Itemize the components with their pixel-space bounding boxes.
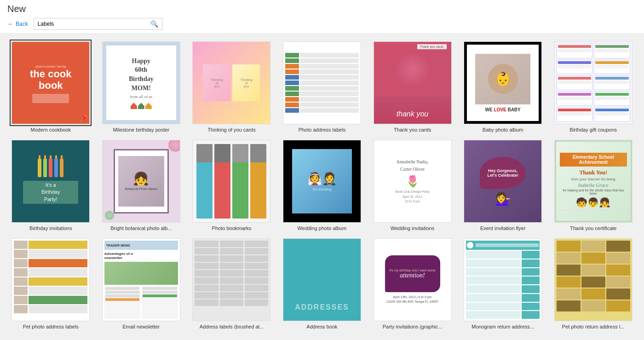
template-label: Modern cookbook [31, 127, 71, 133]
template-label: Birthday invitations [29, 225, 72, 231]
template-label: Party invitations (graphic... [383, 324, 443, 329]
template-item[interactable]: It's my birthday and I want some attenti… [371, 238, 454, 329]
search-button[interactable]: 🔍 [147, 18, 162, 29]
template-thumb: Hey Gorgeous,Let's Celebrate! 💁‍♀️ [464, 140, 542, 223]
template-thumb [464, 238, 542, 321]
template-item[interactable]: Thank you cards thank you Thank you card… [371, 41, 454, 133]
template-label: Email newsletter [123, 324, 160, 329]
template-label: Pet photo return address l... [562, 324, 625, 329]
template-label: Bright botanical photo alb... [110, 225, 172, 231]
template-thumb [554, 238, 632, 321]
template-item[interactable]: Thinkingofyou Thinkingofyou Thinking of … [190, 41, 273, 133]
template-thumb: abercrombie family the cook book 📌 [12, 41, 90, 124]
template-thumb: 👧 Botanical Photo Album [102, 140, 180, 223]
template-item[interactable]: Elementary School Achievement Thank You!… [552, 140, 635, 231]
template-thumb [192, 238, 270, 321]
template-thumb: Elementary School Achievement Thank You!… [554, 140, 632, 223]
template-thumb: It's aBirthdayParty! [12, 140, 90, 223]
templates-grid: abercrombie family the cook book 📌 Moder… [9, 41, 635, 329]
search-box: 🔍 [34, 18, 162, 30]
template-thumb: Thinkingofyou Thinkingofyou [192, 41, 270, 124]
template-item[interactable]: 👶 WE LOVE BABY Baby photo album [461, 41, 545, 133]
template-label: Pet photo address labels [23, 324, 79, 329]
content-area: abercrombie family the cook book 📌 Moder… [0, 34, 644, 337]
back-arrow-icon: ← [7, 20, 14, 28]
template-thumb: TRADER NEWS Advantages of anewsletter [102, 238, 180, 321]
template-label: Thank you certificate [570, 225, 617, 231]
template-item[interactable]: Pet photo address labels [9, 238, 92, 329]
template-label: Wedding invitations [391, 225, 434, 231]
template-label: Baby photo album [483, 127, 523, 133]
search-input[interactable] [34, 19, 147, 29]
page-title: New [7, 4, 637, 14]
template-label: Birthday gift coupons [569, 127, 617, 133]
template-label: Wedding photo album [298, 225, 347, 231]
template-label: Monogram return address... [472, 324, 534, 329]
template-item[interactable]: 👰🤵 Our Wedding Wedding photo album [281, 140, 364, 231]
template-item[interactable]: Photo address labels [281, 41, 364, 133]
back-label: Back [16, 21, 28, 27]
pin-icon: 📌 [80, 115, 87, 122]
template-thumb: ADDRESSES [283, 238, 361, 321]
template-item[interactable]: Pet photo return address l... [552, 238, 635, 329]
template-item[interactable]: It's aBirthdayParty! Birthday invitation… [9, 140, 92, 231]
template-item[interactable]: Birthday gift coupons [552, 41, 635, 133]
template-item[interactable]: Monogram return address... [461, 238, 545, 329]
template-label: Photo bookmarks [212, 225, 252, 231]
page-header: New ← Back 🔍 [0, 0, 644, 34]
template-thumb: 👶 WE LOVE BABY [464, 41, 542, 124]
template-thumb: 👰🤵 Our Wedding [283, 140, 361, 223]
template-thumb [192, 140, 270, 223]
template-item[interactable]: Hey Gorgeous,Let's Celebrate! 💁‍♀️ Event… [461, 140, 545, 231]
template-thumb: It's my birthday and I want some attenti… [374, 238, 452, 321]
template-item[interactable]: abercrombie family the cook book 📌 Moder… [9, 41, 92, 133]
template-item[interactable]: TRADER NEWS Advantages of anewsletter [100, 238, 183, 329]
template-thumb [12, 238, 90, 321]
template-item[interactable]: 👧 Botanical Photo Album Bright botanical… [100, 140, 183, 231]
template-label: Address book [306, 324, 337, 329]
template-thumb [554, 41, 632, 124]
template-thumb: Annabelle Nadia, Carter Oliver 🌷 Book Cl… [374, 140, 452, 223]
template-item[interactable]: Address labels (brushed al... [190, 238, 273, 329]
template-item[interactable]: Photo bookmarks [190, 140, 273, 231]
template-item[interactable]: Annabelle Nadia, Carter Oliver 🌷 Book Cl… [371, 140, 454, 231]
template-thumb: Happy60thBirthdayMOM! from all of us [102, 41, 180, 124]
template-label: Address labels (brushed al... [200, 324, 264, 329]
template-thumb: Thank you cards thank you [374, 41, 452, 124]
template-thumb [283, 41, 361, 124]
template-label: Thank you cards [394, 127, 431, 133]
header-controls: ← Back 🔍 [7, 18, 637, 34]
template-item[interactable]: ADDRESSES Address book [281, 238, 364, 329]
back-button[interactable]: ← Back [7, 20, 28, 28]
template-label: Event invitation flyer [480, 225, 525, 231]
template-label: Milestone birthday poster [113, 127, 169, 133]
template-item[interactable]: Happy60thBirthdayMOM! from all of us Mil… [100, 41, 183, 133]
template-label: Thinking of you cards [207, 127, 256, 133]
template-label: Photo address labels [299, 127, 346, 133]
